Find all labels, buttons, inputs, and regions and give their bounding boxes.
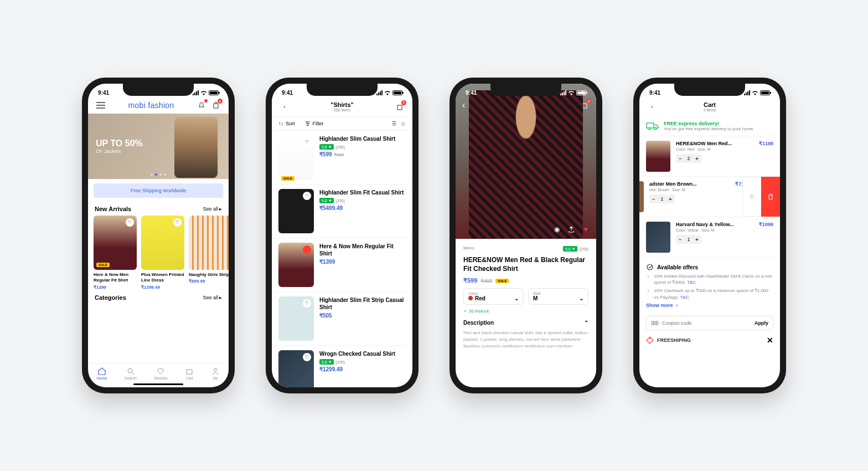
cart-item[interactable]: Harvard Navy & Yellow...₹1099 Color: Yel… xyxy=(639,217,780,258)
size-select[interactable]: Size M⌄ xyxy=(528,288,588,305)
qty-plus[interactable]: + xyxy=(666,194,675,203)
hero-banner[interactable]: UP TO 50% OF Jackets xyxy=(88,114,229,179)
sale-badge: SALE xyxy=(96,263,110,267)
nav-cart[interactable]: Cart xyxy=(185,367,194,380)
product-price: ₹1299.49 xyxy=(319,366,406,372)
phone-cart: 9:41 ‹ Cart 3 items FREE express deliver… xyxy=(633,78,786,393)
svg-point-7 xyxy=(307,125,308,126)
rating-pill: 5.0★ xyxy=(319,144,334,150)
heart-icon[interactable]: ♥ xyxy=(581,224,591,234)
back-icon[interactable]: ‹ xyxy=(280,102,290,112)
wishlist-button[interactable]: ♡ xyxy=(742,177,761,217)
nav-search[interactable]: Search xyxy=(125,367,137,380)
grid-view-icon[interactable]: ▦ xyxy=(401,121,406,126)
color-select[interactable]: Color Red⌄ xyxy=(463,288,524,305)
show-more-button[interactable]: Show more › xyxy=(646,303,773,308)
product-price: ₹1399 xyxy=(319,259,406,265)
svg-point-11 xyxy=(654,127,657,130)
item-name: HERE&NOW Men Red... xyxy=(676,141,732,146)
product-name: Here & Now Men Regular Fit Shirt xyxy=(94,272,137,284)
coupon-input[interactable] xyxy=(662,320,751,326)
qty-stepper[interactable]: −2+ xyxy=(676,154,701,163)
carousel-dots[interactable] xyxy=(151,173,166,176)
svg-point-12 xyxy=(647,264,653,270)
back-icon[interactable]: ‹ xyxy=(647,102,657,112)
nav-home[interactable]: Home xyxy=(97,367,107,380)
item-image xyxy=(646,141,670,172)
description-text: Red and black checked casual shirt, has … xyxy=(463,330,588,350)
notch xyxy=(490,84,561,96)
nav-me[interactable]: Me xyxy=(211,367,220,380)
heart-icon[interactable] xyxy=(303,245,311,254)
heart-icon[interactable]: ♡ xyxy=(173,218,182,227)
offers-list: 10% Instant Discount with Visa/Master De… xyxy=(646,273,773,300)
cart-item[interactable]: adster Men Brown...₹714 olor: Brown Size… xyxy=(639,177,753,217)
heart-icon[interactable]: ♡ xyxy=(303,192,311,200)
filter-button[interactable]: Filter xyxy=(305,121,324,126)
svg-rect-9 xyxy=(647,123,654,128)
product-name: Highlander Slim Casual Shirt xyxy=(319,135,406,142)
svg-point-1 xyxy=(128,368,132,373)
status-time: 9:41 xyxy=(98,90,109,96)
list-view-icon[interactable]: ☰ xyxy=(392,121,396,126)
product-price: ₹1399 xyxy=(94,285,137,290)
list-item[interactable]: Here & Now Men Regular Fit Shirt ₹1399 xyxy=(272,238,412,292)
back-icon[interactable]: ‹ xyxy=(462,100,465,110)
list-item[interactable]: ♡ Wrogn Checked Casual Shirt 5.0★(250) ₹… xyxy=(272,346,412,387)
shipping-title: FREE express delivery! xyxy=(664,121,753,126)
item-price: ₹1099 xyxy=(759,222,773,227)
rating-pill: 5.0★ xyxy=(319,359,334,365)
bell-icon[interactable] xyxy=(197,100,206,110)
heart-icon[interactable]: ♡ xyxy=(303,138,311,146)
applied-coupon: FREESHIPING ✕ xyxy=(646,336,773,345)
list-item[interactable]: ♡ Highlander Slim Fit Strip Casual Shirt… xyxy=(272,292,412,346)
brand-logo[interactable]: mobi fashion xyxy=(128,101,174,110)
product-card[interactable]: ♡ Plus Women Printed Line Dress ₹1299.49 xyxy=(141,216,184,290)
rating-pill: 5.0★ xyxy=(563,246,577,252)
share-icon[interactable] xyxy=(566,224,576,234)
see-all-button[interactable]: See all▸ xyxy=(203,295,222,300)
tnc-link[interactable]: T&C xyxy=(680,295,689,300)
description-heading: Description xyxy=(463,320,494,326)
hero-subtitle: OF Jackets xyxy=(96,149,221,154)
page-subtitle: 3 items xyxy=(704,108,716,112)
product-card[interactable]: ♡SALE Here & Now Men Regular Fit Shirt ₹… xyxy=(94,216,137,290)
chevron-down-icon: ⌄ xyxy=(514,295,519,301)
item-image xyxy=(639,181,644,212)
list-item[interactable]: ♡ Highlander Slim Fit Casual Shirt 5.0★(… xyxy=(272,185,412,238)
battery-icon xyxy=(209,90,219,95)
close-icon[interactable]: ✕ xyxy=(767,336,773,345)
cart-icon[interactable] xyxy=(395,102,405,112)
qty-minus[interactable]: − xyxy=(649,194,658,203)
view-icon[interactable]: ◉ xyxy=(552,224,562,234)
delete-button[interactable] xyxy=(761,177,780,217)
list-item[interactable]: ♡SALE Highlander Slim Casual Shirt 5.0★(… xyxy=(272,131,412,185)
shipping-banner[interactable]: Free Shipping Worldwide xyxy=(94,183,223,198)
truck-icon xyxy=(646,121,659,131)
qty-stepper[interactable]: −1+ xyxy=(676,235,701,244)
hero-title: UP TO 50% xyxy=(96,139,221,149)
apply-button[interactable]: Apply xyxy=(755,320,768,326)
qty-plus[interactable]: + xyxy=(693,154,701,163)
section-title: New Arrivals xyxy=(95,206,131,212)
nav-wishlist[interactable]: Wishlist xyxy=(154,367,167,380)
heart-icon[interactable]: ♡ xyxy=(303,353,311,361)
product-image[interactable]: ‹ ◉ ♥ xyxy=(456,84,596,239)
menu-icon[interactable] xyxy=(96,100,106,110)
product-carousel[interactable]: ♡SALE Here & Now Men Regular Fit Shirt ₹… xyxy=(88,214,229,291)
stock-status: ✓ 20 Instock xyxy=(463,309,588,314)
see-all-button[interactable]: See all▸ xyxy=(203,206,222,212)
cart-icon[interactable] xyxy=(211,100,221,110)
sort-button[interactable]: ↑↓ Sort xyxy=(278,121,295,126)
tnc-link[interactable]: T&C xyxy=(687,280,696,285)
cart-item[interactable]: HERE&NOW Men Red...₹1198 Color: Red Size… xyxy=(639,136,780,177)
heart-icon[interactable]: ♡ xyxy=(303,299,311,308)
heart-icon[interactable]: ♡ xyxy=(126,218,134,227)
qty-stepper[interactable]: −1+ xyxy=(649,194,675,203)
chevron-up-icon[interactable]: ⌃ xyxy=(584,320,588,326)
qty-minus[interactable]: − xyxy=(676,235,685,244)
product-card[interactable]: Naughty Girls Strip ₹899.99 xyxy=(189,216,229,290)
qty-minus[interactable]: − xyxy=(676,154,685,163)
qty-plus[interactable]: + xyxy=(693,235,701,244)
product-price: ₹505 xyxy=(319,313,406,319)
